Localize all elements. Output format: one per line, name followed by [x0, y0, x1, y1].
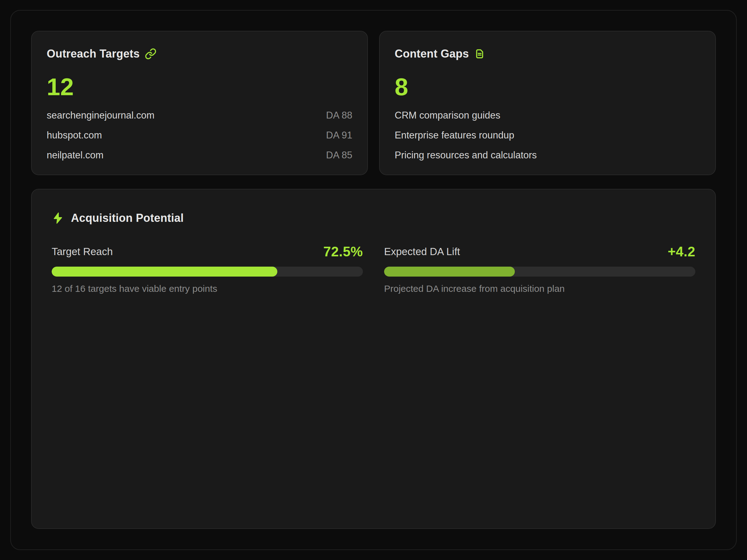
domain-authority-value: DA 88: [326, 110, 352, 121]
domain-label: neilpatel.com: [47, 150, 104, 161]
progress-track: [384, 267, 695, 276]
gap-label: CRM comparison guides: [395, 110, 500, 121]
acquisition-potential-card: Acquisition Potential Target Reach 72.5%…: [31, 189, 716, 529]
gap-label: Pricing resources and calculators: [395, 150, 537, 161]
progress-fill: [52, 267, 277, 276]
expected-da-lift-metric: Expected DA Lift +4.2 Projected DA incre…: [384, 244, 695, 294]
metric-caption: 12 of 16 targets have viable entry point…: [52, 284, 363, 294]
zap-icon: [52, 212, 64, 224]
domain-label: searchenginejournal.com: [47, 110, 154, 121]
metric-caption: Projected DA increase from acquisition p…: [384, 284, 695, 294]
progress-fill: [384, 267, 515, 276]
link-icon: [145, 48, 157, 60]
content-gaps-count: 8: [395, 74, 700, 99]
content-gaps-header: Content Gaps: [395, 47, 700, 61]
target-reach-metric: Target Reach 72.5% 12 of 16 targets have…: [52, 244, 363, 294]
list-item: hubspot.com DA 91: [47, 125, 352, 145]
domain-authority-value: DA 85: [326, 150, 352, 161]
list-item: Pricing resources and calculators: [395, 145, 700, 165]
metric-value: +4.2: [668, 244, 695, 260]
metric-label: Expected DA Lift: [384, 246, 460, 258]
content-gaps-title: Content Gaps: [395, 47, 469, 60]
acquisition-potential-title: Acquisition Potential: [71, 212, 184, 224]
domain-authority-value: DA 91: [326, 130, 352, 141]
metric-label: Target Reach: [52, 246, 113, 258]
gap-label: Enterprise features roundup: [395, 130, 514, 141]
progress-track: [52, 267, 363, 276]
list-item: CRM comparison guides: [395, 105, 700, 125]
list-item: Enterprise features roundup: [395, 125, 700, 145]
list-item: neilpatel.com DA 85: [47, 145, 352, 165]
content-gaps-list: CRM comparison guides Enterprise feature…: [395, 105, 700, 165]
metric-header: Expected DA Lift +4.2: [384, 244, 695, 259]
metric-value: 72.5%: [324, 244, 363, 260]
dashboard-panel: Outreach Targets 12 searchenginejournal.…: [10, 10, 737, 550]
metric-header: Target Reach 72.5%: [52, 244, 363, 259]
outreach-targets-count: 12: [47, 74, 352, 99]
content-gaps-card: Content Gaps 8 CRM comparison guides Ent…: [379, 31, 716, 175]
outreach-targets-header: Outreach Targets: [47, 47, 352, 61]
list-item: searchenginejournal.com DA 88: [47, 105, 352, 125]
outreach-targets-card: Outreach Targets 12 searchenginejournal.…: [31, 31, 368, 175]
outreach-targets-title: Outreach Targets: [47, 47, 140, 60]
domain-label: hubspot.com: [47, 130, 102, 141]
document-icon: [474, 48, 486, 60]
stats-row: Outreach Targets 12 searchenginejournal.…: [31, 31, 716, 175]
metrics-grid: Target Reach 72.5% 12 of 16 targets have…: [52, 244, 695, 294]
acquisition-potential-header: Acquisition Potential: [52, 211, 695, 225]
outreach-targets-list: searchenginejournal.com DA 88 hubspot.co…: [47, 105, 352, 165]
